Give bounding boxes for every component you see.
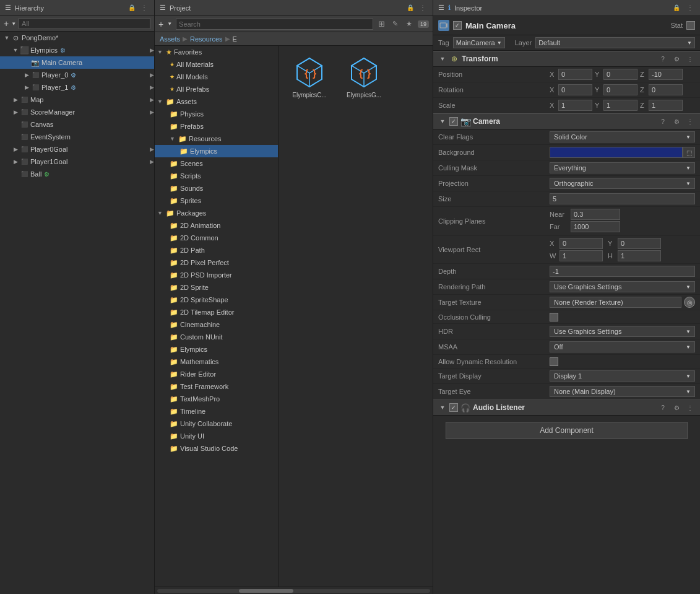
hdr-dropdown[interactable]: Use Graphics Settings ▼	[550, 326, 695, 337]
project-scrollbar[interactable]	[155, 587, 433, 594]
project-elympics-folder[interactable]: 📁 Elympics	[155, 145, 278, 157]
project-2d-path[interactable]: 📁 2D Path	[155, 244, 278, 256]
project-unity-ui[interactable]: 📁 Unity UI	[155, 430, 278, 442]
viewport-x-input[interactable]	[560, 238, 603, 249]
clear-flags-dropdown[interactable]: Solid Color ▼	[550, 131, 695, 142]
hierarchy-item-canvas[interactable]: ▶ ⬛ Canvas	[0, 118, 154, 131]
object-active-checkbox[interactable]	[453, 21, 462, 30]
project-add-arrow[interactable]: ▼	[167, 21, 172, 27]
target-texture-dropdown[interactable]: None (Render Texture)	[550, 297, 681, 308]
project-star-btn[interactable]: ★	[404, 19, 414, 29]
transform-header[interactable]: ▼ ⊕ Transform ? ⚙ ⋮	[433, 51, 700, 67]
project-all-prefabs[interactable]: ★ All Prefabs	[155, 83, 278, 95]
inspector-more-icon[interactable]: ⋮	[685, 3, 695, 13]
hierarchy-item-elympics[interactable]: ▼ ⬛ Elympics ⚙ ▶	[0, 44, 154, 56]
target-display-dropdown[interactable]: Display 1 ▼	[550, 370, 695, 382]
background-color-swatch[interactable]	[550, 147, 683, 158]
culling-mask-dropdown[interactable]: Everything ▼	[550, 162, 695, 173]
hierarchy-item-ball[interactable]: ▶ ⬛ Ball ⚙	[0, 168, 154, 180]
size-input[interactable]	[550, 193, 695, 204]
hierarchy-add-btn[interactable]: +	[4, 19, 9, 28]
camera-header[interactable]: ▼ 📷 Camera ? ⚙ ⋮	[433, 113, 700, 129]
project-2d-common[interactable]: 📁 2D Common	[155, 232, 278, 244]
project-view-btn2[interactable]: ✎	[391, 19, 400, 29]
project-search-input[interactable]	[176, 19, 373, 30]
scale-y-input[interactable]	[603, 100, 637, 111]
layer-dropdown[interactable]: Default ▼	[535, 37, 695, 48]
near-input[interactable]	[571, 209, 620, 220]
project-prefabs[interactable]: 📁 Prefabs	[155, 120, 278, 133]
audio-enabled-checkbox[interactable]	[449, 403, 458, 412]
project-view-btn1[interactable]: ⊞	[377, 19, 387, 29]
project-timeline[interactable]: 📁 Timeline	[155, 405, 278, 417]
project-menu-icon[interactable]: ☰	[160, 4, 166, 12]
hierarchy-item-player1goal[interactable]: ▶ ⬛ Player1Goal ▶	[0, 155, 154, 168]
far-input[interactable]	[571, 221, 620, 232]
project-custom-nunit[interactable]: 📁 Custom NUnit	[155, 331, 278, 343]
transform-help-icon[interactable]: ?	[658, 54, 668, 64]
project-favorites-header[interactable]: ▼ ★ Favorites	[155, 46, 278, 58]
hierarchy-item-player0goal[interactable]: ▶ ⬛ Player0Goal ▶	[0, 143, 154, 155]
target-texture-pick-btn[interactable]: ◎	[684, 297, 695, 308]
viewport-h-input[interactable]	[618, 250, 661, 261]
target-eye-dropdown[interactable]: None (Main Display) ▼	[550, 386, 695, 397]
project-lock-icon[interactable]: 🔒	[405, 3, 415, 13]
camera-more-icon[interactable]: ⋮	[685, 116, 695, 126]
project-assets-header[interactable]: ▼ 📁 Assets	[155, 95, 278, 108]
add-component-button[interactable]: Add Component	[446, 422, 688, 439]
viewport-y-input[interactable]	[618, 238, 661, 249]
position-y-input[interactable]	[603, 69, 637, 80]
background-color-picker-btn[interactable]: ⬚	[683, 147, 695, 158]
inspector-lock-icon[interactable]: 🔒	[672, 3, 681, 13]
depth-input[interactable]	[550, 266, 695, 277]
viewport-w-input[interactable]	[560, 250, 603, 261]
hierarchy-add-arrow[interactable]: ▼	[11, 21, 16, 27]
hierarchy-item-main-camera[interactable]: ▶ 📷 Main Camera	[0, 56, 154, 69]
hierarchy-item-map[interactable]: ▶ ⬛ Map ▶	[0, 94, 154, 106]
position-x-input[interactable]	[558, 69, 592, 80]
project-cinemachine[interactable]: 📁 Cinemachine	[155, 318, 278, 331]
position-z-input[interactable]	[649, 69, 683, 80]
project-2d-psd[interactable]: 📁 2D PSD Importer	[155, 269, 278, 281]
camera-settings-icon[interactable]: ⚙	[672, 116, 681, 126]
rotation-y-input[interactable]	[603, 84, 637, 95]
allow-dynamic-checkbox[interactable]	[550, 357, 558, 366]
project-2d-pixel-perfect[interactable]: 📁 2D Pixel Perfect	[155, 256, 278, 269]
hierarchy-more-icon[interactable]: ⋮	[139, 3, 149, 13]
project-2d-animation[interactable]: 📁 2D Animation	[155, 219, 278, 232]
inspector-menu-icon[interactable]: ☰	[438, 4, 444, 12]
project-physics[interactable]: 📁 Physics	[155, 108, 278, 120]
project-more-icon[interactable]: ⋮	[418, 3, 428, 13]
project-vscode[interactable]: 📁 Visual Studio Code	[155, 442, 278, 455]
occlusion-culling-checkbox[interactable]	[550, 313, 558, 321]
static-checkbox[interactable]	[686, 21, 695, 30]
project-packages-header[interactable]: ▼ 📁 Packages	[155, 207, 278, 219]
audio-help-icon[interactable]: ?	[658, 403, 668, 413]
project-rider[interactable]: 📁 Rider Editor	[155, 368, 278, 380]
project-2d-spriteshape[interactable]: 📁 2D SpriteShape	[155, 294, 278, 306]
breadcrumb-assets[interactable]: Assets	[160, 35, 180, 43]
scale-z-input[interactable]	[649, 100, 683, 111]
project-resources[interactable]: ▼ 📁 Resources	[155, 133, 278, 145]
hierarchy-item-scoremanager[interactable]: ▶ ⬛ ScoreManager ▶	[0, 106, 154, 118]
rotation-x-input[interactable]	[558, 84, 592, 95]
tag-dropdown[interactable]: MainCamera ▼	[453, 37, 505, 48]
project-test-framework[interactable]: 📁 Test Framework	[155, 380, 278, 393]
camera-enabled-checkbox[interactable]	[449, 117, 458, 126]
scale-x-input[interactable]	[558, 100, 592, 111]
hierarchy-menu-icon[interactable]: ☰	[5, 4, 11, 12]
project-2d-tilemap[interactable]: 📁 2D Tilemap Editor	[155, 306, 278, 318]
msaa-dropdown[interactable]: Off ▼	[550, 341, 695, 352]
project-unity-collaborate[interactable]: 📁 Unity Collaborate	[155, 417, 278, 430]
project-scrollbar-thumb[interactable]	[239, 589, 293, 593]
project-add-btn[interactable]: +	[158, 19, 163, 29]
camera-help-icon[interactable]: ?	[658, 116, 668, 126]
project-elympics-pkg[interactable]: 📁 Elympics	[155, 343, 278, 356]
project-sprites[interactable]: 📁 Sprites	[155, 194, 278, 207]
hierarchy-item-eventsystem[interactable]: ▶ ⬛ EventSystem	[0, 131, 154, 143]
asset-item-elympicsg[interactable]: { } ElympicsG...	[339, 52, 389, 98]
project-mathematics[interactable]: 📁 Mathematics	[155, 356, 278, 368]
project-textmeshpro[interactable]: 📁 TextMeshPro	[155, 393, 278, 405]
audio-listener-header[interactable]: ▼ 🎧 Audio Listener ? ⚙ ⋮	[433, 400, 700, 416]
transform-settings-icon[interactable]: ⚙	[672, 54, 681, 64]
